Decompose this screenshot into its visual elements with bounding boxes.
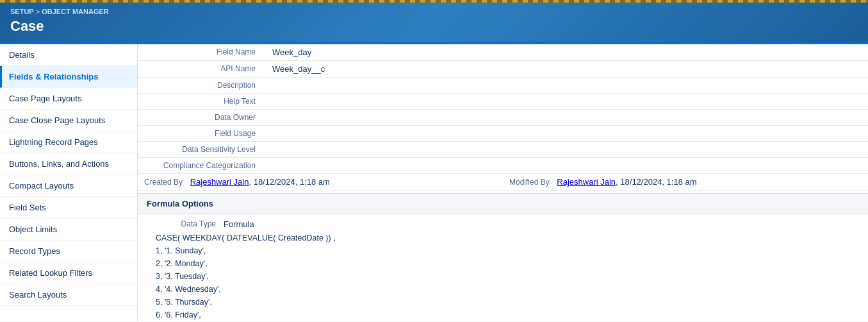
detail-table: Field NameWeek_dayAPI NameWeek_day__cDes… <box>138 44 868 191</box>
detail-row-label: API Name <box>138 61 266 78</box>
detail-row-value: Week_day__c <box>266 61 868 78</box>
sidebar-item-field-sets[interactable]: Field Sets <box>0 197 137 219</box>
created-by-date: , 18/12/2024, 1:18 am <box>249 177 329 187</box>
sidebar-item-buttons-links-actions[interactable]: Buttons, Links, and Actions <box>0 153 137 175</box>
sidebar-item-fields-relationships[interactable]: Fields & Relationships <box>0 66 137 88</box>
main-layout: DetailsFields & RelationshipsCase Page L… <box>0 44 868 321</box>
page-title: Case <box>10 18 858 35</box>
detail-row: Description <box>138 78 868 94</box>
formula-line: 3, '3. Tuesday', <box>156 270 859 283</box>
sidebar-item-search-layouts[interactable]: Search Layouts <box>0 284 137 306</box>
detail-row: Field Usage <box>138 126 868 142</box>
sidebar-item-lightning-record-pages[interactable]: Lightning Record Pages <box>0 131 137 153</box>
detail-row-value: Week_day <box>266 44 868 61</box>
created-by-label: Created By <box>144 178 183 187</box>
modified-by-link[interactable]: Rajeshwari Jain <box>557 177 616 187</box>
detail-row-value <box>266 94 868 110</box>
detail-row-value <box>266 110 868 126</box>
modified-by-col: Modified By Rajeshwari Jain, 18/12/2024,… <box>496 177 862 187</box>
header: SETUP > OBJECT MANAGER Case <box>0 0 868 44</box>
created-modified-row: Created By Rajeshwari Jain, 18/12/2024, … <box>138 174 868 191</box>
formula-line: 4, '4. Wednesday', <box>156 283 859 296</box>
data-type-label: Data Type <box>147 219 224 229</box>
formula-line: CASE( WEEKDAY( DATEVALUE( CreatedDate ))… <box>156 232 859 244</box>
sidebar-item-case-page-layouts[interactable]: Case Page Layouts <box>0 88 137 110</box>
sidebar-item-object-limits[interactable]: Object Limits <box>0 219 137 241</box>
data-type-value: Formula <box>224 219 254 229</box>
detail-row: Compliance Categorization <box>138 158 868 174</box>
formula-section: Formula Options Data Type Formula CASE( … <box>138 193 868 321</box>
breadcrumb-object-manager[interactable]: OBJECT MANAGER <box>42 8 109 15</box>
detail-row-label: Compliance Categorization <box>138 158 266 174</box>
formula-line: 5, '5. Thursday', <box>156 296 859 309</box>
sidebar-item-details[interactable]: Details <box>0 44 137 66</box>
formula-line: 2, '2. Monday', <box>156 257 859 270</box>
detail-row-value <box>266 78 868 94</box>
detail-row-value <box>266 126 868 142</box>
content-area: Field NameWeek_dayAPI NameWeek_day__cDes… <box>138 44 868 321</box>
breadcrumb-setup[interactable]: SETUP <box>10 8 34 15</box>
detail-row: Help Text <box>138 94 868 110</box>
detail-row-label: Help Text <box>138 94 266 110</box>
detail-row: API NameWeek_day__c <box>138 61 868 78</box>
detail-row-label: Field Usage <box>138 126 266 142</box>
formula-content: Data Type Formula CASE( WEEKDAY( DATEVAL… <box>138 214 868 321</box>
sidebar-item-case-close-page-layouts[interactable]: Case Close Page Layouts <box>0 110 137 131</box>
detail-row-label: Description <box>138 78 266 94</box>
sidebar-item-compact-layouts[interactable]: Compact Layouts <box>0 175 137 197</box>
formula-line: 6, '6. Friday', <box>156 309 859 321</box>
sidebar-item-related-lookup-filters[interactable]: Related Lookup Filters <box>0 262 137 284</box>
breadcrumb: SETUP > OBJECT MANAGER <box>10 8 858 15</box>
created-by-col: Created By Rajeshwari Jain, 18/12/2024, … <box>144 177 496 187</box>
detail-row-value <box>266 142 868 158</box>
sidebar: DetailsFields & RelationshipsCase Page L… <box>0 44 138 321</box>
detail-row: Data Owner <box>138 110 868 126</box>
detail-row-label: Field Name <box>138 44 266 61</box>
modified-by-date: , 18/12/2024, 1:18 am <box>616 177 696 187</box>
detail-row-value <box>266 158 868 174</box>
detail-row-label: Data Owner <box>138 110 266 126</box>
formula-header: Formula Options <box>138 194 868 214</box>
data-type-row: Data Type Formula <box>147 219 859 229</box>
sidebar-item-record-types[interactable]: Record Types <box>0 241 137 262</box>
detail-row: Field NameWeek_day <box>138 44 868 61</box>
created-by-link[interactable]: Rajeshwari Jain <box>190 177 249 187</box>
detail-row: Data Sensitivity Level <box>138 142 868 158</box>
formula-line: 1, '1. Sunday', <box>156 244 859 257</box>
modified-by-label: Modified By <box>509 178 550 187</box>
detail-row-label: Data Sensitivity Level <box>138 142 266 158</box>
formula-code: CASE( WEEKDAY( DATEVALUE( CreatedDate ))… <box>147 232 859 321</box>
